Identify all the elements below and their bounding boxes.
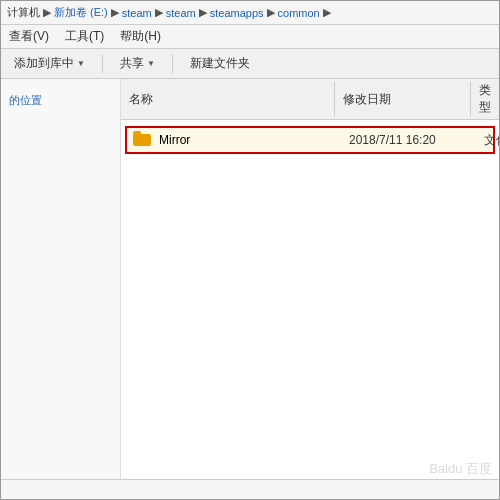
- file-area: 名称 修改日期 类型 Mirror 2018/7/11 16:20 文件夹: [121, 79, 499, 479]
- toolbar-sep-1: [102, 55, 103, 73]
- share-dropdown-arrow: ▼: [147, 59, 155, 68]
- sidebar-location[interactable]: 的位置: [9, 91, 112, 110]
- breadcrumb-drive[interactable]: 新加卷 (E:): [54, 5, 108, 20]
- address-bar: 计算机 ▶ 新加卷 (E:) ▶ steam ▶ steam ▶ steamap…: [1, 1, 499, 25]
- new-folder-label: 新建文件夹: [190, 55, 250, 72]
- file-date-mirror: 2018/7/11 16:20: [343, 133, 478, 147]
- breadcrumb-steamapps[interactable]: steamapps: [210, 7, 264, 19]
- arrow-1: ▶: [111, 6, 119, 19]
- arrow-0: ▶: [43, 6, 51, 19]
- breadcrumb-steam1[interactable]: steam: [122, 7, 152, 19]
- toolbar: 添加到库中 ▼ 共享 ▼ 新建文件夹: [1, 49, 499, 79]
- menu-tools[interactable]: 工具(T): [63, 27, 106, 46]
- arrow-5: ▶: [323, 6, 331, 19]
- col-header-date[interactable]: 修改日期: [335, 82, 471, 116]
- main-content: 的位置 名称 修改日期 类型 Mirror 2018/7/11 16:20 文件…: [1, 79, 499, 479]
- col-header-type[interactable]: 类型: [471, 82, 499, 116]
- toolbar-sep-2: [172, 55, 173, 73]
- column-headers: 名称 修改日期 类型: [121, 79, 499, 120]
- breadcrumb-common[interactable]: common: [278, 7, 320, 19]
- explorer-window: 计算机 ▶ 新加卷 (E:) ▶ steam ▶ steam ▶ steamap…: [0, 0, 500, 500]
- computer-label: 计算机: [7, 5, 40, 20]
- folder-icon-mirror: [133, 131, 153, 149]
- col-header-name[interactable]: 名称: [121, 82, 335, 116]
- menu-view[interactable]: 查看(V): [7, 27, 51, 46]
- table-row[interactable]: Mirror 2018/7/11 16:20 文件夹: [125, 126, 495, 154]
- sidebar: 的位置: [1, 79, 121, 479]
- add-to-library-button[interactable]: 添加到库中 ▼: [7, 52, 92, 75]
- folder-shape: [133, 131, 151, 146]
- arrow-3: ▶: [199, 6, 207, 19]
- file-list: Mirror 2018/7/11 16:20 文件夹: [121, 120, 499, 479]
- file-type-mirror: 文件夹: [478, 132, 499, 149]
- share-button[interactable]: 共享 ▼: [113, 52, 162, 75]
- new-folder-button[interactable]: 新建文件夹: [183, 52, 257, 75]
- breadcrumb-steam2[interactable]: steam: [166, 7, 196, 19]
- add-library-dropdown-arrow: ▼: [77, 59, 85, 68]
- status-bar: [1, 479, 499, 499]
- arrow-2: ▶: [155, 6, 163, 19]
- file-name-mirror: Mirror: [153, 133, 343, 147]
- arrow-4: ▶: [267, 6, 275, 19]
- add-to-library-label: 添加到库中: [14, 55, 74, 72]
- share-label: 共享: [120, 55, 144, 72]
- menu-help[interactable]: 帮助(H): [118, 27, 163, 46]
- sidebar-section-1: 的位置: [1, 87, 120, 114]
- menu-bar: 查看(V) 工具(T) 帮助(H): [1, 25, 499, 49]
